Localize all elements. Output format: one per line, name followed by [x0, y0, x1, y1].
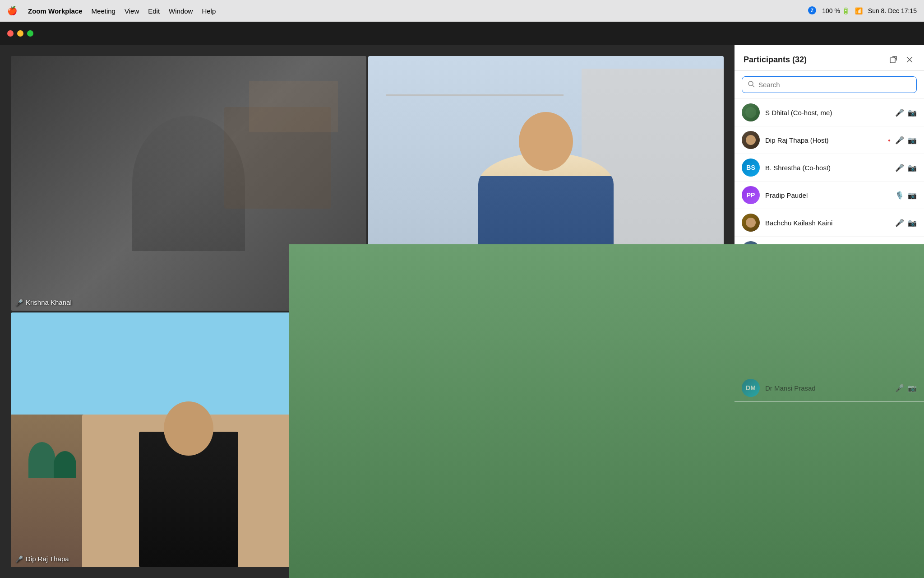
label-krishna: 🎤 Krishna Khanal	[15, 298, 72, 306]
search-icon	[748, 80, 755, 89]
menubar-meeting[interactable]: Meeting	[92, 7, 116, 15]
panel-header: Participants (32)	[735, 45, 924, 71]
zoom-status-icon: Z	[808, 6, 817, 16]
search-input[interactable]	[758, 81, 911, 89]
participant-item-diprajhost[interactable]: Dip Raj Thapa (Host) ● 🎤 📷	[735, 126, 924, 154]
avatar-pradip: PP	[742, 186, 760, 204]
mute-icon-sdhital: 🎤	[895, 108, 904, 117]
avatar-bshrestha: BS	[742, 158, 760, 177]
avatar-initials-drmansi: DM	[746, 384, 756, 392]
mute-icon-bshrestha: 🎤	[895, 163, 904, 172]
pop-out-button[interactable]	[888, 54, 899, 65]
apple-icon[interactable]: 🍎	[7, 6, 17, 16]
avatar-sdhital	[742, 103, 760, 121]
video-icon-sdhital: 📷	[908, 108, 917, 117]
wifi-icon: 📶	[855, 7, 863, 14]
participant-name-drmansi: Dr Mansi Prasad	[765, 384, 890, 392]
svg-rect-2	[890, 58, 895, 63]
datetime-display: Sun 8. Dec 17:15	[868, 7, 917, 14]
participant-item-bachchu[interactable]: Bachchu Kailash Kaini 🎤 📷	[735, 209, 924, 237]
avatar-diprajhost	[742, 131, 760, 149]
close-button[interactable]	[7, 30, 14, 37]
search-box	[735, 71, 924, 99]
search-input-wrapper[interactable]	[742, 76, 917, 93]
video-icon-bshrestha: 📷	[908, 163, 917, 172]
participant-name-pradip: Pradip Paudel	[765, 191, 890, 199]
participant-item-pradip[interactable]: PP Pradip Paudel 🎙️ 📷	[735, 182, 924, 209]
mute-icon-bachchu: 🎤	[895, 219, 904, 227]
participant-icons-pradip: 🎙️ 📷	[895, 191, 917, 200]
video-icon-pradip: 📷	[908, 191, 917, 200]
participant-item-drmansi[interactable]: DM Dr Mansi Prasad 🎤 📷	[735, 374, 924, 402]
mute-icon-krishna: 🎤	[15, 299, 23, 306]
svg-text:Z: Z	[811, 8, 813, 13]
label-dipraj: 🎤 Dip Raj Thapa	[15, 555, 69, 563]
menubar: 🍎 Zoom Workplace Meeting View Edit Windo…	[0, 0, 924, 22]
minimize-button[interactable]	[17, 30, 23, 37]
mute-icon-dipraj: 🎤	[15, 555, 23, 563]
speaking-dot: ●	[888, 138, 891, 143]
menubar-edit[interactable]: Edit	[148, 7, 160, 15]
svg-line-6	[753, 85, 754, 87]
zoom-window: 🎤 Krishna Khanal 🎤 B. Shrestha	[0, 22, 924, 578]
participants-panel: Participants (32)	[735, 45, 924, 578]
panel-title: Participants (32)	[744, 55, 807, 65]
maximize-button[interactable]	[27, 30, 33, 37]
menubar-window[interactable]: Window	[169, 7, 193, 15]
participant-icons-drmansi: 🎤 📷	[895, 384, 917, 392]
video-icon-drmansi: 📷	[908, 384, 917, 392]
participant-name-diprajhost: Dip Raj Thapa (Host)	[765, 136, 882, 144]
participant-name-bshrestha: B. Shrestha (Co-host)	[765, 164, 890, 172]
main-content: 🎤 Krishna Khanal 🎤 B. Shrestha	[0, 45, 924, 578]
svg-point-5	[748, 81, 753, 86]
panel-header-icons	[888, 54, 915, 65]
participant-icons-diprajhost: ● 🎤 📷	[888, 136, 917, 144]
close-panel-button[interactable]	[904, 54, 915, 65]
menubar-view[interactable]: View	[125, 7, 139, 15]
mute-icon-diprajhost: 🎤	[895, 136, 904, 144]
mic-icon-pradip: 🎙️	[895, 191, 904, 200]
participant-icons-sdhital: 🎤 📷	[895, 108, 917, 117]
menubar-help[interactable]: Help	[202, 7, 216, 15]
participant-item-sdhital[interactable]: S Dhital (Co-host, me) 🎤 📷	[735, 99, 924, 126]
participant-name-sdhital: S Dhital (Co-host, me)	[765, 109, 890, 117]
video-icon-diprajhost: 📷	[908, 136, 917, 144]
menubar-app-name[interactable]: Zoom Workplace	[28, 7, 83, 15]
participant-icons-bshrestha: 🎤 📷	[895, 163, 917, 172]
video-icon-bachchu: 📷	[908, 219, 917, 227]
avatar-initials-bshrestha: BS	[746, 164, 755, 171]
participant-item-bshrestha[interactable]: BS B. Shrestha (Co-host) 🎤 📷	[735, 154, 924, 182]
participant-name-bachchu: Bachchu Kailash Kaini	[765, 219, 890, 227]
participant-icons-bachchu: 🎤 📷	[895, 219, 917, 227]
avatar-drmansi: DM	[742, 379, 760, 397]
menubar-right: Z 100 % 🔋 📶 Sun 8. Dec 17:15	[808, 6, 917, 16]
battery-status: 100 % 🔋	[822, 7, 850, 14]
title-bar	[0, 22, 924, 45]
avatar-bachchu	[742, 214, 760, 232]
mute-icon-drmansi: 🎤	[895, 384, 904, 392]
participants-list: S Dhital (Co-host, me) 🎤 📷 Dip Raj Thapa…	[735, 99, 924, 547]
avatar-initials-pradip: PP	[747, 191, 755, 199]
